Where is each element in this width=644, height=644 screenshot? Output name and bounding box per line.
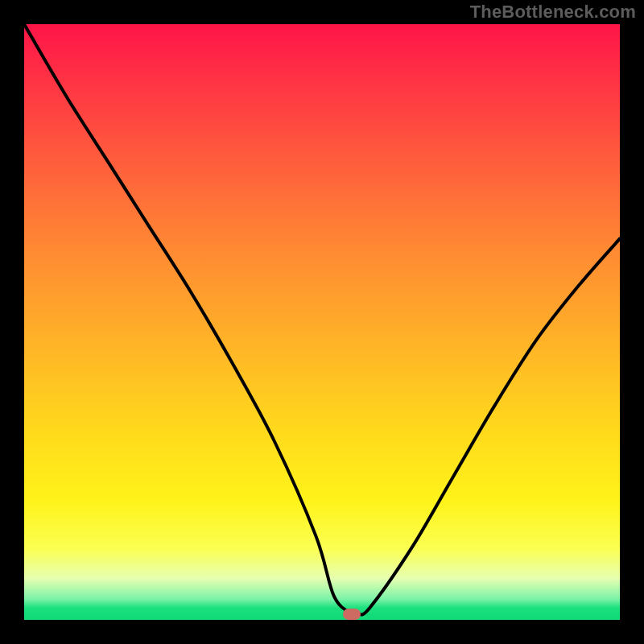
optimal-point-marker (343, 609, 361, 620)
watermark-text: TheBottleneck.com (470, 2, 636, 23)
chart-frame: TheBottleneck.com (0, 0, 644, 644)
bottleneck-curve-path (24, 24, 620, 616)
plot-area (24, 24, 620, 620)
bottleneck-curve (24, 24, 620, 620)
